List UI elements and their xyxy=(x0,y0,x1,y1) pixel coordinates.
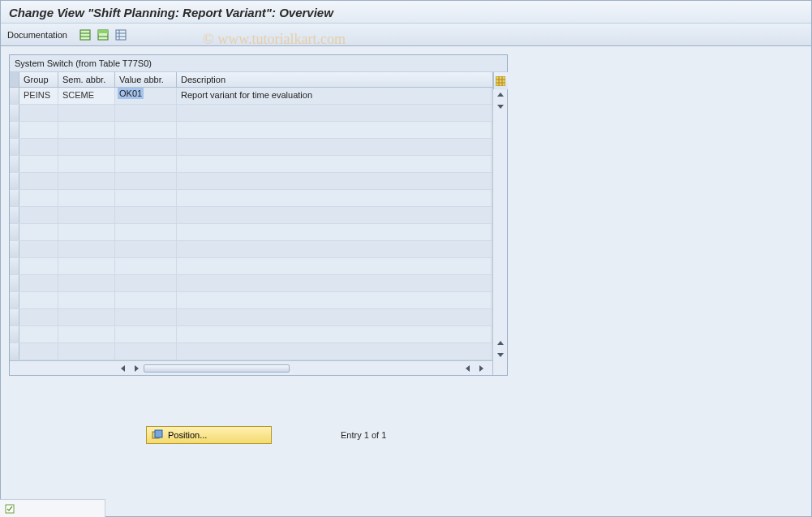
table-row[interactable]: PEINSSCEMEOK01Report variant for time ev… xyxy=(10,88,492,105)
cell-description xyxy=(177,156,492,172)
cell-group xyxy=(19,258,58,274)
row-selector[interactable] xyxy=(10,190,19,206)
cell-value-abbr[interactable] xyxy=(115,207,177,223)
svg-marker-19 xyxy=(497,93,504,97)
cell-value-abbr[interactable] xyxy=(115,173,177,189)
cell-group xyxy=(19,207,58,223)
table-row-empty[interactable] xyxy=(10,122,492,139)
cell-description xyxy=(177,241,492,257)
cell-value-abbr[interactable] xyxy=(115,122,177,138)
cell-value-abbr[interactable] xyxy=(115,309,177,325)
cell-value-abbr[interactable] xyxy=(115,224,177,240)
cell-value-abbr[interactable] xyxy=(115,258,177,274)
row-selector[interactable] xyxy=(10,224,19,240)
row-selector[interactable] xyxy=(10,343,19,360)
column-header-value-abbr[interactable]: Value abbr. xyxy=(115,72,177,87)
svg-marker-13 xyxy=(479,365,483,372)
cell-value-abbr[interactable] xyxy=(115,292,177,308)
scroll-down-arrow-icon[interactable] xyxy=(497,349,504,360)
row-selector[interactable] xyxy=(10,292,19,308)
svg-rect-0 xyxy=(80,30,90,40)
table-row-empty[interactable] xyxy=(10,224,492,241)
cell-value-abbr[interactable]: OK01 xyxy=(115,88,177,104)
scroll-up-step-icon[interactable] xyxy=(497,338,504,349)
table-view-icon[interactable] xyxy=(79,28,92,41)
app-window: Change View "Shift Planning: Report Vari… xyxy=(0,0,812,517)
scroll-right-step-icon[interactable] xyxy=(131,363,142,374)
grid-config-icon[interactable] xyxy=(493,72,508,89)
row-selector[interactable] xyxy=(10,207,19,223)
table-row-empty[interactable] xyxy=(10,173,492,190)
cell-sem-abbr xyxy=(58,275,115,291)
horizontal-scroll-thumb[interactable] xyxy=(144,364,290,373)
cell-description xyxy=(177,190,492,206)
cell-value-abbr[interactable] xyxy=(115,241,177,257)
table-row-empty[interactable] xyxy=(10,258,492,275)
cell-value-abbr[interactable] xyxy=(115,343,177,360)
column-header-group[interactable]: Group xyxy=(19,72,58,87)
cell-value-abbr[interactable] xyxy=(115,156,177,172)
scroll-left-arrow-icon[interactable] xyxy=(118,363,129,374)
row-selector[interactable] xyxy=(10,88,19,104)
table-row-empty[interactable] xyxy=(10,190,492,207)
row-selector[interactable] xyxy=(10,105,19,121)
window-title-bar: Change View "Shift Planning: Report Vari… xyxy=(1,1,811,24)
scroll-right-arrow-icon[interactable] xyxy=(475,363,487,374)
cell-description xyxy=(177,122,492,138)
select-all-column-header[interactable] xyxy=(10,72,19,87)
cell-sem-abbr xyxy=(58,139,115,155)
cell-group xyxy=(19,292,58,308)
row-selector[interactable] xyxy=(10,309,19,325)
table-row-empty[interactable] xyxy=(10,105,492,122)
table-row-empty[interactable] xyxy=(10,241,492,258)
scroll-up-arrow-icon[interactable] xyxy=(497,89,504,101)
column-header-description[interactable]: Description xyxy=(177,72,492,87)
cell-sem-abbr xyxy=(58,292,115,308)
scroll-left-step-icon[interactable] xyxy=(462,363,474,374)
app-toolbar: Documentation xyxy=(1,24,811,46)
table-expand-icon[interactable] xyxy=(97,28,110,41)
cell-value-abbr[interactable] xyxy=(115,105,177,121)
table-row-empty[interactable] xyxy=(10,139,492,156)
cell-group xyxy=(19,343,58,360)
row-selector[interactable] xyxy=(10,122,19,138)
svg-marker-12 xyxy=(466,365,470,372)
documentation-menu[interactable]: Documentation xyxy=(7,30,67,40)
row-selector[interactable] xyxy=(10,258,19,274)
svg-marker-11 xyxy=(135,365,139,372)
column-header-sem-abbr[interactable]: Sem. abbr. xyxy=(58,72,115,87)
cell-sem-abbr: SCEME xyxy=(58,88,115,104)
row-selector[interactable] xyxy=(10,241,19,257)
table-row-empty[interactable] xyxy=(10,207,492,224)
row-selector[interactable] xyxy=(10,173,19,189)
cell-group xyxy=(19,275,58,291)
cell-value-abbr[interactable] xyxy=(115,326,177,343)
row-selector[interactable] xyxy=(10,156,19,172)
cell-sem-abbr xyxy=(58,173,115,189)
cell-sem-abbr xyxy=(58,156,115,172)
cell-description xyxy=(177,343,492,360)
cell-sem-abbr xyxy=(58,122,115,138)
cell-sem-abbr xyxy=(58,326,115,343)
table-row-empty[interactable] xyxy=(10,309,492,326)
cell-value-abbr[interactable] xyxy=(115,190,177,206)
table-row-empty[interactable] xyxy=(10,326,492,343)
table-row-empty[interactable] xyxy=(10,292,492,309)
row-selector[interactable] xyxy=(10,139,19,155)
table-settings-icon[interactable] xyxy=(114,28,127,41)
cell-description xyxy=(177,292,492,308)
cell-sem-abbr xyxy=(58,258,115,274)
cell-value-abbr[interactable] xyxy=(115,139,177,155)
entry-status-text: Entry 1 of 1 xyxy=(341,430,386,440)
table-row-empty[interactable] xyxy=(10,343,492,360)
row-selector[interactable] xyxy=(10,326,19,343)
cell-group: PEINS xyxy=(19,88,58,104)
row-selector[interactable] xyxy=(10,275,19,291)
table-row-empty[interactable] xyxy=(10,156,492,173)
vertical-scrollbar xyxy=(492,72,507,375)
position-button[interactable]: Position... xyxy=(146,426,272,444)
cell-value-abbr[interactable] xyxy=(115,275,177,291)
table-row-empty[interactable] xyxy=(10,275,492,292)
cell-sem-abbr xyxy=(58,309,115,325)
scroll-down-step-icon[interactable] xyxy=(497,101,504,112)
